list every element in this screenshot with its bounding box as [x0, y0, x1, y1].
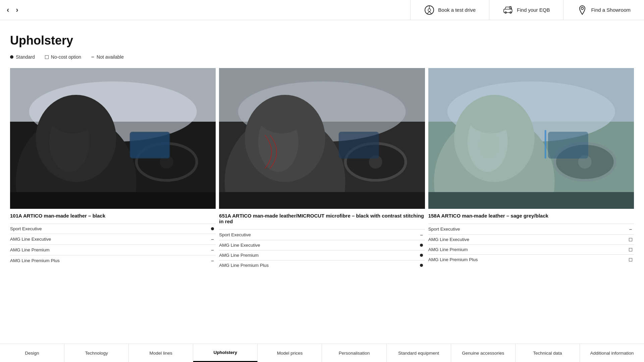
- spec-label: AMG Line Premium Plus: [10, 258, 60, 263]
- legend-no-cost: No-cost option: [45, 54, 81, 60]
- header-actions: Book a test drive Find your EQB: [410, 0, 644, 20]
- nav-technical-data[interactable]: Technical data: [516, 344, 580, 362]
- spec-indicator: [627, 238, 634, 241]
- svg-point-40: [467, 100, 514, 133]
- dash-icon: –: [211, 236, 214, 242]
- spec-label: Sport Executive: [10, 226, 42, 231]
- spec-row: AMG Line Premium Plus –: [10, 255, 216, 266]
- spec-label: Sport Executive: [219, 232, 251, 237]
- spec-indicator: –: [209, 247, 216, 253]
- spec-label: AMG Line Premium Plus: [428, 257, 478, 262]
- spec-label: AMG Line Premium: [219, 253, 259, 258]
- standard-dot-icon: [10, 55, 13, 59]
- card-158a-title: 158A ARTICO man-made leather – sage grey…: [428, 209, 634, 224]
- no-cost-label: No-cost option: [51, 54, 81, 60]
- nav-upholstery[interactable]: Upholstery: [193, 344, 258, 362]
- svg-point-29: [258, 100, 305, 133]
- square-icon: [629, 258, 632, 261]
- spec-label: AMG Line Executive: [428, 237, 469, 242]
- spec-indicator: [627, 258, 634, 261]
- card-651a-image: [219, 68, 425, 209]
- spec-label: Sport Executive: [428, 227, 460, 232]
- card-651a-title: 651A ARTICO man-made leather/MICROCUT mi…: [219, 209, 425, 229]
- svg-rect-33: [339, 132, 379, 159]
- spec-indicator: –: [418, 232, 425, 238]
- nav-design[interactable]: Design: [0, 344, 64, 362]
- dot-icon: [420, 254, 423, 257]
- spec-label: AMG Line Executive: [10, 237, 51, 242]
- nav-additional-information[interactable]: Additional information: [580, 344, 644, 362]
- not-available-dash-icon: –: [91, 54, 94, 60]
- book-test-drive-button[interactable]: Book a test drive: [410, 0, 489, 20]
- card-101a-title: 101A ARTICO man-made leather – black: [10, 209, 216, 224]
- spec-indicator: [418, 254, 425, 257]
- spec-indicator: –: [209, 258, 216, 263]
- spec-row: AMG Line Premium: [219, 250, 425, 260]
- dash-icon: –: [211, 247, 214, 253]
- card-158a-image: [428, 68, 634, 209]
- spec-label: AMG Line Premium: [10, 247, 50, 252]
- spec-label: AMG Line Executive: [219, 243, 260, 248]
- card-101a: 101A ARTICO man-made leather – black Spo…: [10, 68, 216, 270]
- not-available-label: Not available: [97, 54, 124, 60]
- no-cost-square-icon: [45, 55, 49, 59]
- nav-model-prices[interactable]: Model prices: [258, 344, 322, 362]
- spec-row: AMG Line Executive: [428, 234, 634, 244]
- svg-line-3: [427, 11, 429, 14]
- svg-rect-22: [130, 132, 169, 158]
- spec-row: Sport Executive: [10, 224, 216, 234]
- find-eqb-button[interactable]: Find your EQB: [489, 0, 563, 20]
- dot-icon: [420, 244, 423, 247]
- svg-rect-20: [10, 192, 216, 209]
- cards-grid: 101A ARTICO man-made leather – black Spo…: [10, 68, 634, 270]
- book-test-drive-label: Book a test drive: [438, 7, 476, 13]
- svg-rect-44: [428, 192, 634, 209]
- spec-row: AMG Line Premium Plus: [219, 260, 425, 270]
- spec-row: AMG Line Premium: [428, 244, 634, 254]
- find-showroom-label: Find a Showroom: [591, 7, 631, 13]
- square-icon: [629, 248, 632, 251]
- prev-arrow[interactable]: ‹: [7, 6, 9, 14]
- legend-standard: Standard: [10, 54, 35, 60]
- dash-icon: –: [211, 258, 214, 263]
- main-content: Upholstery Standard No-cost option – Not…: [0, 20, 644, 287]
- svg-rect-45: [548, 132, 588, 159]
- square-icon: [629, 238, 632, 241]
- spec-indicator: [418, 244, 425, 247]
- spec-row: AMG Line Executive: [219, 240, 425, 250]
- spec-indicator: –: [209, 236, 216, 242]
- nav-model-lines[interactable]: Model lines: [129, 344, 193, 362]
- spec-row: AMG Line Executive –: [10, 234, 216, 244]
- spec-indicator: [627, 248, 634, 251]
- spec-row: Sport Executive –: [428, 224, 634, 234]
- location-icon: [577, 5, 588, 15]
- next-arrow[interactable]: ›: [16, 6, 18, 14]
- card-101a-image: [10, 68, 216, 209]
- svg-line-4: [429, 11, 432, 14]
- car-search-icon: [503, 5, 514, 15]
- card-158a: 158A ARTICO man-made leather – sage grey…: [428, 68, 634, 270]
- svg-point-41: [479, 132, 499, 159]
- spec-row: Sport Executive –: [219, 229, 425, 240]
- nav-technology[interactable]: Technology: [64, 344, 129, 362]
- spec-row: AMG Line Premium Plus: [428, 254, 634, 264]
- spec-row: AMG Line Premium –: [10, 244, 216, 255]
- find-showroom-button[interactable]: Find a Showroom: [563, 0, 644, 20]
- standard-label: Standard: [16, 54, 35, 60]
- spec-indicator: [209, 227, 216, 230]
- legend-not-available: – Not available: [91, 54, 124, 60]
- svg-point-17: [49, 100, 96, 133]
- spec-label: AMG Line Premium Plus: [219, 263, 269, 268]
- nav-genuine-accessories[interactable]: Genuine accessories: [451, 344, 516, 362]
- page-title: Upholstery: [10, 34, 634, 48]
- spec-indicator: [418, 264, 425, 267]
- steering-wheel-icon: [424, 5, 435, 15]
- legend: Standard No-cost option – Not available: [10, 54, 634, 60]
- nav-standard-equipment[interactable]: Standard equipment: [387, 344, 451, 362]
- svg-point-1: [428, 9, 431, 11]
- nav-arrows: ‹ ›: [0, 6, 25, 14]
- nav-personalisation[interactable]: Personalisation: [322, 344, 386, 362]
- dot-icon: [420, 264, 423, 267]
- dash-icon: –: [629, 226, 632, 232]
- header: ‹ › Book a test drive: [0, 0, 644, 20]
